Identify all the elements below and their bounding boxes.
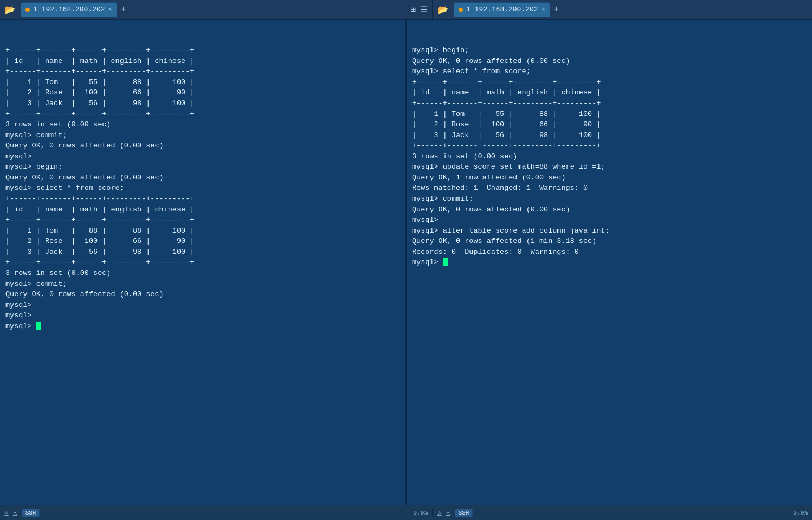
right-terminal-line: +------+-------+------+---------+-------… xyxy=(412,77,807,88)
status-btn-right[interactable]: SSH xyxy=(455,509,473,517)
right-cursor xyxy=(443,258,448,266)
left-terminal-line: 3 rows in set (0.00 sec) xyxy=(5,119,400,130)
right-terminal-line: mysql> commit; xyxy=(412,194,807,204)
left-terminal-line: +------+-------+------+---------+-------… xyxy=(5,45,400,56)
right-tab[interactable]: 1 192.168.200.202 × xyxy=(454,2,550,17)
right-terminal-line: mysql> xyxy=(412,257,807,268)
right-terminal-line: mysql> alter table score add column java… xyxy=(412,226,807,236)
left-terminal-line: Query OK, 0 rows affected (0.00 sec) xyxy=(5,289,400,300)
left-terminal-line: | 3 | Jack | 56 | 98 | 100 | xyxy=(5,247,400,258)
right-terminal-line: Records: 0 Duplicates: 0 Warnings: 0 xyxy=(412,247,807,258)
right-tab-plus[interactable]: + xyxy=(553,4,559,15)
left-terminal[interactable]: +------+-------+------+---------+-------… xyxy=(0,20,407,505)
right-tab-title: 1 192.168.200.202 xyxy=(466,5,538,14)
right-folder-icon: 📂 xyxy=(435,2,450,17)
left-tab-dot xyxy=(25,8,30,12)
left-cursor xyxy=(36,322,41,330)
left-terminal-line: | id | name | math | english | chinese | xyxy=(5,56,400,67)
right-terminal-line: +------+-------+------+---------+-------… xyxy=(412,98,807,109)
tab-bar-controls-left: ⊞ ☰ xyxy=(410,4,432,15)
right-terminal-line: Query OK, 0 rows affected (1 min 3.18 se… xyxy=(412,236,807,247)
status-icon-right-2: △ xyxy=(446,509,450,517)
right-terminal-line: mysql> xyxy=(412,215,807,226)
left-terminal-line: | 2 | Rose | 100 | 66 | 90 | xyxy=(5,236,400,247)
right-terminal-line: Query OK, 0 rows affected (0.00 sec) xyxy=(412,56,807,67)
status-icon-left-2: △ xyxy=(13,509,17,517)
left-terminal-line: mysql> commit; xyxy=(5,130,400,141)
left-tab-plus[interactable]: + xyxy=(120,4,126,15)
right-terminal-line: mysql> update score set math=88 where id… xyxy=(412,162,807,172)
status-bar: △ △ SSH 0,0% △ △ SSH 0,0% xyxy=(0,505,812,520)
left-terminal-line: +------+-------+------+---------+-------… xyxy=(5,257,400,268)
left-terminal-line: +------+-------+------+---------+-------… xyxy=(5,194,400,204)
left-terminal-line: mysql> commit; xyxy=(5,279,400,290)
right-terminal-line: | 2 | Rose | 100 | 66 | 90 | xyxy=(412,119,807,130)
menu-icon[interactable]: ☰ xyxy=(420,4,428,15)
status-btn-left[interactable]: SSH xyxy=(22,509,40,517)
right-terminal-line: 3 rows in set (0.00 sec) xyxy=(412,151,807,162)
right-terminal-line: Query OK, 1 row affected (0.00 sec) xyxy=(412,172,807,183)
status-icon-left-1: △ xyxy=(4,509,9,517)
left-tab-title: 1 192.168.200.202 xyxy=(33,5,105,14)
tab-bar: 📂 1 192.168.200.202 × + ⊞ ☰ 📂 1 192.168.… xyxy=(0,0,812,20)
left-terminal-line: Query OK, 0 rows affected (0.00 sec) xyxy=(5,140,400,151)
right-terminal[interactable]: mysql> begin;Query OK, 0 rows affected (… xyxy=(407,20,812,505)
left-terminal-line: mysql> xyxy=(5,300,400,311)
main-content: +------+-------+------+---------+-------… xyxy=(0,20,812,505)
right-terminal-line: | 3 | Jack | 56 | 98 | 100 | xyxy=(412,130,807,141)
left-terminal-line: mysql> xyxy=(5,310,400,321)
left-terminal-line: mysql> xyxy=(5,151,400,162)
left-terminal-line: 3 rows in set (0.00 sec) xyxy=(5,268,400,279)
left-tab[interactable]: 1 192.168.200.202 × xyxy=(21,2,117,17)
tab-bar-left: 📂 1 192.168.200.202 × + ⊞ ☰ xyxy=(0,0,433,19)
right-terminal-line: | 1 | Tom | 55 | 88 | 100 | xyxy=(412,109,807,120)
tab-bar-right: 📂 1 192.168.200.202 × + xyxy=(433,0,812,19)
left-terminal-line: mysql> select * from score; xyxy=(5,183,400,194)
left-terminal-line: mysql> xyxy=(5,321,400,332)
left-terminal-line: | id | name | math | english | chinese | xyxy=(5,204,400,215)
left-folder-icon: 📂 xyxy=(2,2,17,17)
left-terminal-line: | 1 | Tom | 55 | 88 | 100 | xyxy=(5,77,400,88)
status-coords-right: 0,0% xyxy=(794,510,808,516)
right-terminal-line: | id | name | math | english | chinese | xyxy=(412,87,807,98)
status-bar-right: △ △ SSH 0,0% xyxy=(433,509,812,517)
right-terminal-line: Rows matched: 1 Changed: 1 Warnings: 0 xyxy=(412,183,807,194)
status-bar-left: △ △ SSH 0,0% xyxy=(0,509,433,517)
left-terminal-line: Query OK, 0 rows affected (0.00 sec) xyxy=(5,172,400,183)
status-coords-left: 0,0% xyxy=(414,510,428,516)
left-terminal-line: +------+-------+------+---------+-------… xyxy=(5,215,400,226)
status-icon-right-1: △ xyxy=(437,509,442,517)
right-terminal-line: mysql> begin; xyxy=(412,45,807,56)
left-terminal-line: +------+-------+------+---------+-------… xyxy=(5,66,400,77)
left-terminal-line: | 3 | Jack | 56 | 98 | 100 | xyxy=(5,98,400,109)
right-tab-dot xyxy=(459,8,463,12)
grid-icon[interactable]: ⊞ xyxy=(410,4,416,15)
right-tab-close[interactable]: × xyxy=(542,6,545,14)
right-terminal-line: Query OK, 0 rows affected (0.00 sec) xyxy=(412,204,807,215)
left-terminal-line: mysql> begin; xyxy=(5,162,400,172)
right-terminal-line: +------+-------+------+---------+-------… xyxy=(412,140,807,151)
left-terminal-line: +------+-------+------+---------+-------… xyxy=(5,109,400,120)
left-terminal-line: | 2 | Rose | 100 | 66 | 90 | xyxy=(5,87,400,98)
left-terminal-line: | 1 | Tom | 88 | 88 | 100 | xyxy=(5,226,400,236)
right-terminal-line: mysql> select * from score; xyxy=(412,66,807,77)
left-tab-close[interactable]: × xyxy=(108,6,112,14)
